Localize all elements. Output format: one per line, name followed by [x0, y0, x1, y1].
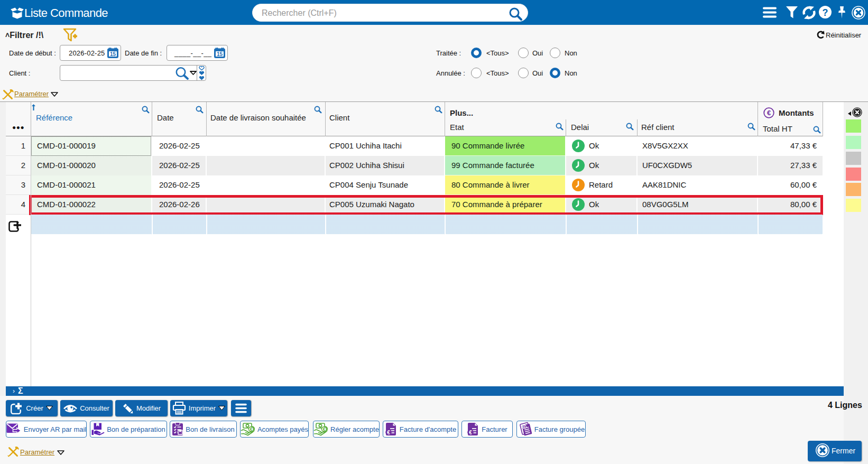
- svg-text:€: €: [250, 426, 253, 432]
- svg-text:€: €: [767, 109, 771, 117]
- svg-text:15: 15: [110, 51, 116, 57]
- svg-text:€: €: [469, 430, 473, 435]
- svg-text:15: 15: [217, 51, 223, 57]
- svg-text:?: ?: [823, 7, 828, 18]
- svg-text:€: €: [387, 430, 390, 435]
- svg-text:€: €: [323, 426, 326, 432]
